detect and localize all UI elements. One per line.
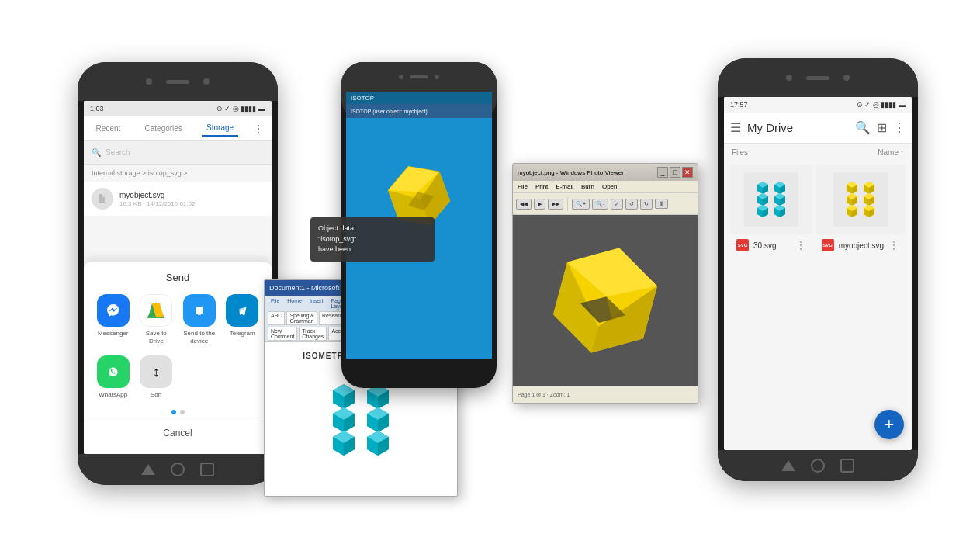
files-header: Files Name ↑ [724, 144, 912, 161]
file-meta: 16.3 KB · 14/12/2016 01:02 [119, 200, 264, 207]
wpv-menu-open[interactable]: Open [602, 183, 618, 190]
hamburger-icon[interactable]: ☰ [730, 120, 741, 135]
word-tab-file[interactable]: File [268, 297, 282, 310]
cancel-button[interactable]: Cancel [84, 421, 272, 445]
wpv-menu-burn[interactable]: Burn [581, 183, 594, 190]
dot-inactive [180, 410, 185, 414]
wpv-menu-email[interactable]: E-mail [556, 183, 573, 190]
main-scene: 1:03 ⊙ ✓ ◎ ▮▮▮▮ ▬ Recent Categories Stor… [0, 0, 980, 551]
send-app-messenger[interactable]: Messenger [97, 294, 130, 345]
home-button[interactable] [171, 463, 185, 476]
wpv-rotate-right[interactable]: ↻ [640, 199, 653, 210]
right-back-button[interactable] [781, 460, 795, 471]
wpv-menu: File Print E-mail Burn Open [513, 181, 698, 193]
mid-camera [399, 75, 403, 79]
search-placeholder: Search [106, 148, 130, 157]
isotop-tooltip: Object data:"isotop_svg"have been [310, 217, 435, 262]
device-icon [183, 294, 216, 327]
file-item[interactable]: myobject.svg 16.3 KB · 14/12/2016 01:02 [84, 182, 272, 216]
right-status-bar: 17:57 ⊙ ✓ ◎ ▮▮▮▮ ▬ [724, 97, 912, 113]
file-more-2[interactable]: ⋮ [888, 239, 899, 251]
word-tool-abc[interactable]: ABC [268, 311, 285, 325]
send-title: Send [84, 272, 272, 283]
file-icon [92, 188, 113, 210]
wpv-menu-file[interactable]: File [518, 183, 528, 190]
left-search-bar[interactable]: 🔍 Search [84, 141, 272, 165]
word-tab-insert[interactable]: Insert [306, 297, 327, 310]
svg-rect-1 [102, 194, 106, 197]
search-icon[interactable]: 🔍 [855, 120, 871, 135]
files-grid: SVG 30.svg ⋮ [724, 161, 912, 259]
left-phone: 1:03 ⊙ ✓ ◎ ▮▮▮▮ ▬ Recent Categories Stor… [78, 62, 278, 485]
word-tab-home[interactable]: Home [284, 297, 305, 310]
wpv-rotate-left[interactable]: ↺ [625, 199, 638, 210]
word-tool-spelling[interactable]: Spelling &Grammar [286, 311, 317, 325]
send-app-device[interactable]: Send to thedevice [183, 294, 216, 345]
tab-recent[interactable]: Recent [92, 121, 126, 136]
wpv-zoom-out[interactable]: 🔍- [592, 199, 608, 210]
page-dots [84, 410, 272, 414]
left-status-bar: 1:03 ⊙ ✓ ◎ ▮▮▮▮ ▬ [84, 101, 272, 116]
file-entry-1: SVG 30.svg ⋮ [730, 234, 812, 256]
wpv-tool2[interactable]: ▶ [534, 199, 545, 210]
left-status-icons: ⊙ ✓ ◎ ▮▮▮▮ ▬ [216, 105, 265, 113]
file-type-icon-2: SVG [822, 239, 834, 251]
word-tool-track[interactable]: TrackChanges [299, 327, 327, 341]
tab-categories[interactable]: Categories [140, 121, 187, 136]
send-app-sort[interactable]: ↕ Sort [140, 355, 172, 399]
file-label-2: myobject.svg [839, 241, 884, 250]
right-phone-bottom [718, 450, 918, 481]
wpv-delete[interactable]: 🗑 [655, 199, 668, 209]
right-phone-top [718, 58, 918, 97]
messenger-label: Messenger [98, 330, 129, 338]
dot-active [171, 410, 176, 414]
tooltip-text: Object data:"isotop_svg"have been [318, 224, 427, 255]
wpv-title: myobject.png - Windows Photo Viewer [518, 169, 624, 176]
more-icon[interactable]: ⋮ [253, 123, 264, 135]
wpv-zoom-in[interactable]: 🔍+ [572, 199, 590, 210]
thumb-30svg [730, 165, 812, 234]
drive-icon [140, 294, 172, 327]
file-thumb-2[interactable]: SVG myobject.svg ⋮ [816, 165, 906, 256]
sort-icon: ↕ [140, 355, 172, 388]
sort-header[interactable]: Name ↑ [878, 148, 904, 157]
wpv-window: myobject.png - Windows Photo Viewer _ □ … [512, 163, 698, 404]
mid-speaker [410, 75, 428, 78]
drive-title: My Drive [747, 121, 849, 134]
wpv-maximize[interactable]: □ [670, 167, 680, 178]
send-app-drive[interactable]: Save toDrive [140, 294, 172, 345]
word-tool-comment[interactable]: NewComment [268, 327, 297, 341]
thumb-myobjectsvg [816, 165, 906, 234]
right-home-button[interactable] [811, 459, 825, 473]
fab-button[interactable]: + [874, 410, 904, 439]
wpv-minimize[interactable]: _ [657, 167, 668, 178]
more-options-icon[interactable]: ⋮ [893, 120, 906, 135]
grid-icon[interactable]: ⊞ [877, 120, 887, 135]
left-time: 1:03 [90, 105, 104, 113]
right-recents-button[interactable] [840, 459, 854, 473]
wpv-close[interactable]: ✕ [682, 167, 693, 178]
wpv-tool1[interactable]: ◀◀ [516, 199, 532, 210]
wpv-fit[interactable]: ⤢ [611, 199, 623, 210]
right-toolbar: ☰ My Drive 🔍 ⊞ ⋮ [724, 113, 912, 144]
left-phone-top [78, 62, 278, 101]
drive-label: Save toDrive [146, 330, 167, 345]
recents-button[interactable] [200, 463, 214, 476]
file-more-1[interactable]: ⋮ [795, 239, 806, 251]
back-button[interactable] [141, 464, 155, 475]
file-thumb-1[interactable]: SVG 30.svg ⋮ [730, 165, 812, 256]
right-phone: 17:57 ⊙ ✓ ◎ ▮▮▮▮ ▬ ☰ My Drive 🔍 ⊞ ⋮ File… [718, 58, 918, 481]
wpv-menu-print[interactable]: Print [535, 183, 548, 190]
whatsapp-label: WhatsApp [99, 391, 127, 399]
send-app-whatsapp[interactable]: WhatsApp [97, 355, 130, 399]
send-app-telegram[interactable]: Telegram [226, 294, 258, 345]
file-type-icon-1: SVG [736, 239, 749, 251]
tab-storage[interactable]: Storage [202, 120, 238, 137]
wpv-tool3[interactable]: ▶▶ [548, 199, 563, 210]
svg-rect-72 [833, 172, 888, 227]
sort-label: Sort [151, 391, 162, 399]
right-camera [786, 75, 792, 81]
file-name: myobject.svg [119, 191, 264, 199]
wpv-titlebar: myobject.png - Windows Photo Viewer _ □ … [513, 164, 698, 181]
telegram-label: Telegram [230, 330, 255, 338]
